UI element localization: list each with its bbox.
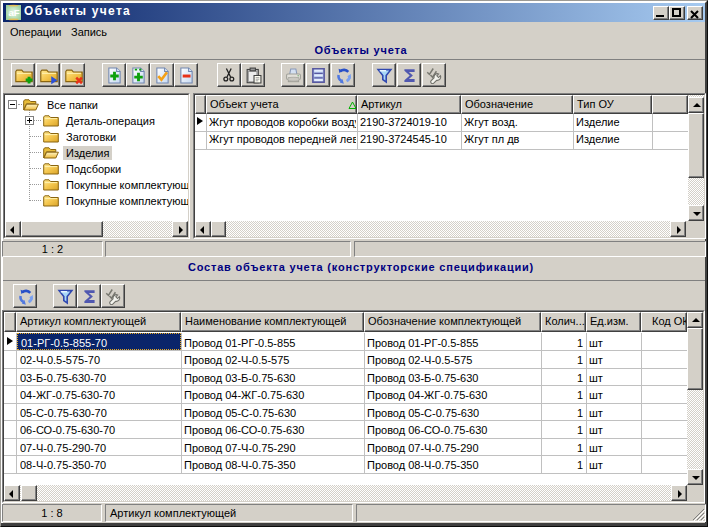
svg-text:aF: aF bbox=[8, 7, 19, 18]
